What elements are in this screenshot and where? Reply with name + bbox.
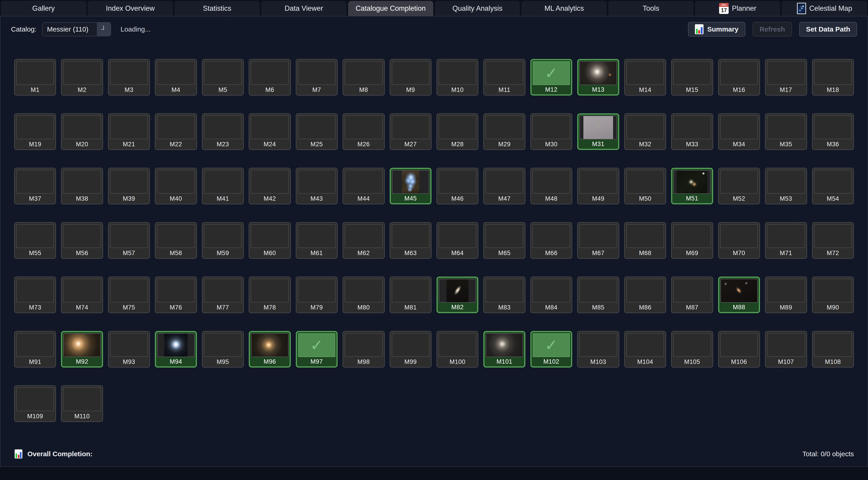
catalog-cell-m8[interactable]: M8 <box>343 59 384 95</box>
catalog-cell-m50[interactable]: M50 <box>624 168 666 204</box>
catalog-cell-m90[interactable]: M90 <box>812 276 854 313</box>
catalog-cell-m44[interactable]: M44 <box>343 168 384 204</box>
catalog-cell-m66[interactable]: M66 <box>530 222 572 259</box>
catalog-cell-m22[interactable]: M22 <box>155 113 197 150</box>
catalog-cell-m67[interactable]: M67 <box>577 222 619 259</box>
catalog-cell-m91[interactable]: M91 <box>14 331 56 367</box>
catalog-cell-m11[interactable]: M11 <box>483 59 525 95</box>
catalog-select[interactable]: Messier (110) ┘ <box>42 22 111 36</box>
catalog-cell-m40[interactable]: M40 <box>155 168 197 204</box>
tab-tools[interactable]: JUL 17 Tools <box>608 1 693 16</box>
catalog-cell-m30[interactable]: M30 <box>530 113 572 150</box>
catalog-cell-m47[interactable]: M47 <box>483 168 525 204</box>
catalog-cell-m13[interactable]: M13 <box>577 59 619 95</box>
catalog-cell-m59[interactable]: M59 <box>202 222 244 259</box>
catalog-cell-m57[interactable]: M57 <box>108 222 150 259</box>
catalog-cell-m21[interactable]: M21 <box>108 113 150 150</box>
catalog-cell-m89[interactable]: M89 <box>765 276 807 313</box>
catalog-cell-m23[interactable]: M23 <box>202 113 244 150</box>
set-data-path-button[interactable]: Set Data Path <box>799 22 857 36</box>
catalog-cell-m10[interactable]: M10 <box>436 59 478 95</box>
catalog-cell-m41[interactable]: M41 <box>202 168 244 204</box>
catalog-cell-m32[interactable]: M32 <box>624 113 666 150</box>
catalog-cell-m76[interactable]: M76 <box>155 276 197 313</box>
tab-statistics[interactable]: JUL 17 Statistics <box>175 1 260 16</box>
catalog-cell-m55[interactable]: M55 <box>14 222 56 259</box>
catalog-cell-m26[interactable]: M26 <box>343 113 384 150</box>
catalog-cell-m52[interactable]: M52 <box>718 168 760 204</box>
catalog-cell-m17[interactable]: M17 <box>765 59 807 95</box>
catalog-cell-m97[interactable]: ✓ M97 <box>296 331 338 367</box>
catalog-cell-m86[interactable]: M86 <box>624 276 666 313</box>
catalog-cell-m106[interactable]: M106 <box>718 331 760 367</box>
tab-gallery[interactable]: JUL 17 Gallery <box>1 1 86 16</box>
tab-quality-analysis[interactable]: JUL 17 Quality Analysis <box>435 1 520 16</box>
catalog-cell-m18[interactable]: M18 <box>812 59 854 95</box>
catalog-cell-m63[interactable]: M63 <box>390 222 432 259</box>
catalog-cell-m84[interactable]: M84 <box>530 276 572 313</box>
catalog-cell-m5[interactable]: M5 <box>202 59 244 95</box>
catalog-cell-m103[interactable]: M103 <box>577 331 619 367</box>
catalog-cell-m39[interactable]: M39 <box>108 168 150 204</box>
catalog-cell-m65[interactable]: M65 <box>483 222 525 259</box>
tab-index-overview[interactable]: JUL 17 Index Overview <box>88 1 173 16</box>
catalog-cell-m24[interactable]: M24 <box>249 113 290 150</box>
catalog-cell-m110[interactable]: M110 <box>61 385 103 422</box>
catalog-cell-m98[interactable]: M98 <box>343 331 384 367</box>
tab-planner[interactable]: JUL 17 Planner <box>695 1 780 16</box>
catalog-cell-m70[interactable]: M70 <box>718 222 760 259</box>
catalog-cell-m7[interactable]: M7 <box>296 59 338 95</box>
catalog-cell-m88[interactable]: M88 <box>718 276 760 313</box>
catalog-cell-m68[interactable]: M68 <box>624 222 666 259</box>
catalog-cell-m107[interactable]: M107 <box>765 331 807 367</box>
catalog-cell-m85[interactable]: M85 <box>577 276 619 313</box>
catalog-cell-m45[interactable]: M45 <box>390 168 432 204</box>
catalog-cell-m93[interactable]: M93 <box>108 331 150 367</box>
catalog-cell-m99[interactable]: M99 <box>390 331 432 367</box>
catalog-cell-m56[interactable]: M56 <box>61 222 103 259</box>
catalog-cell-m19[interactable]: M19 <box>14 113 56 150</box>
catalog-cell-m69[interactable]: M69 <box>671 222 713 259</box>
catalog-cell-m20[interactable]: M20 <box>61 113 103 150</box>
tab-data-viewer[interactable]: JUL 17 Data Viewer <box>261 1 346 16</box>
catalog-cell-m73[interactable]: M73 <box>14 276 56 313</box>
catalog-cell-m9[interactable]: M9 <box>390 59 432 95</box>
tab-catalogue-completion[interactable]: JUL 17 Catalogue Completion <box>348 1 433 16</box>
catalog-cell-m2[interactable]: M2 <box>61 59 103 95</box>
catalog-cell-m96[interactable]: M96 <box>249 331 290 367</box>
catalog-cell-m31[interactable]: M31 <box>577 113 619 150</box>
catalog-cell-m74[interactable]: M74 <box>61 276 103 313</box>
catalog-cell-m14[interactable]: M14 <box>624 59 666 95</box>
catalog-cell-m43[interactable]: M43 <box>296 168 338 204</box>
catalog-cell-m12[interactable]: ✓ M12 <box>530 59 572 95</box>
catalog-cell-m78[interactable]: M78 <box>249 276 290 313</box>
catalog-cell-m71[interactable]: M71 <box>765 222 807 259</box>
catalog-cell-m58[interactable]: M58 <box>155 222 197 259</box>
catalog-cell-m87[interactable]: M87 <box>671 276 713 313</box>
catalog-cell-m60[interactable]: M60 <box>249 222 290 259</box>
catalog-cell-m104[interactable]: M104 <box>624 331 666 367</box>
catalog-cell-m35[interactable]: M35 <box>765 113 807 150</box>
catalog-cell-m33[interactable]: M33 <box>671 113 713 150</box>
tab-celestial-map[interactable]: JUL 17 Celestial Map <box>782 1 867 16</box>
catalog-cell-m77[interactable]: M77 <box>202 276 244 313</box>
catalog-cell-m64[interactable]: M64 <box>436 222 478 259</box>
catalog-cell-m48[interactable]: M48 <box>530 168 572 204</box>
catalog-cell-m100[interactable]: M100 <box>436 331 478 367</box>
catalog-cell-m102[interactable]: ✓ M102 <box>530 331 572 367</box>
catalog-cell-m72[interactable]: M72 <box>812 222 854 259</box>
catalog-cell-m3[interactable]: M3 <box>108 59 150 95</box>
catalog-cell-m25[interactable]: M25 <box>296 113 338 150</box>
catalog-cell-m15[interactable]: M15 <box>671 59 713 95</box>
catalog-cell-m49[interactable]: M49 <box>577 168 619 204</box>
catalog-cell-m92[interactable]: M92 <box>61 331 103 367</box>
catalog-cell-m37[interactable]: M37 <box>14 168 56 204</box>
catalog-cell-m42[interactable]: M42 <box>249 168 290 204</box>
catalog-cell-m27[interactable]: M27 <box>390 113 432 150</box>
catalog-cell-m29[interactable]: M29 <box>483 113 525 150</box>
catalog-cell-m109[interactable]: M109 <box>14 385 56 422</box>
catalog-cell-m95[interactable]: M95 <box>202 331 244 367</box>
catalog-cell-m16[interactable]: M16 <box>718 59 760 95</box>
catalog-cell-m82[interactable]: M82 <box>436 276 478 313</box>
catalog-cell-m83[interactable]: M83 <box>483 276 525 313</box>
